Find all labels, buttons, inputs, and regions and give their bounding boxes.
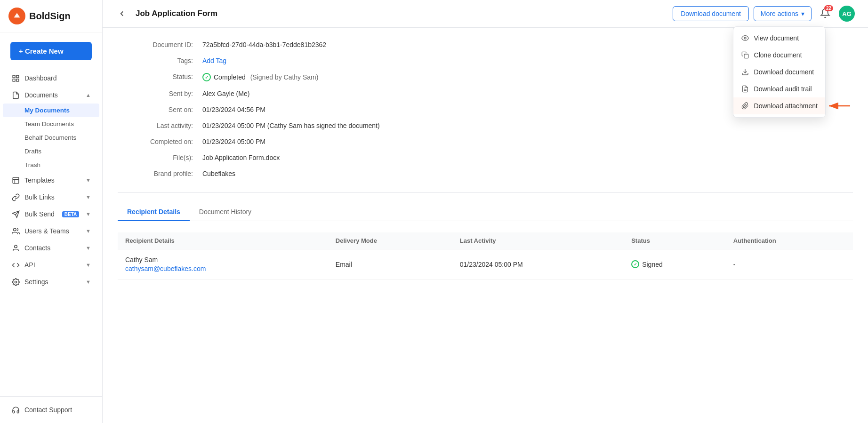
sidebar-item-trash[interactable]: Trash (3, 158, 99, 172)
sidebar-item-contacts[interactable]: Contacts ▼ (3, 239, 99, 256)
status-cell: Signed (624, 249, 726, 279)
svg-rect-0 (13, 75, 15, 78)
last-activity-value: 01/23/2024 05:00 PM (Cathy Sam has signe… (202, 120, 853, 131)
recipient-email[interactable]: cathysam@cubeflakes.com (125, 265, 206, 272)
tab-document-history[interactable]: Document History (190, 203, 261, 221)
svg-rect-3 (16, 79, 18, 81)
svg-rect-4 (13, 177, 19, 184)
headphones-icon (11, 406, 20, 414)
dropdown-view-document[interactable]: View document (733, 30, 825, 47)
dropdown-download-attachment[interactable]: Download attachment (733, 97, 825, 114)
sidebar-item-my-documents[interactable]: My Documents (3, 104, 99, 117)
contact-icon (11, 244, 20, 252)
download-document-button[interactable]: Download document (673, 6, 749, 21)
sidebar-item-templates-label: Templates (24, 176, 55, 184)
svg-point-10 (744, 37, 746, 39)
logo-text: BoldSign (29, 11, 71, 22)
eye-icon (741, 34, 749, 42)
beta-badge: BETA (62, 211, 79, 217)
users-icon (11, 227, 20, 235)
signed-label: Signed (642, 261, 663, 268)
dropdown-download-document[interactable]: Download document (733, 64, 825, 80)
divider (118, 192, 853, 193)
col-delivery-mode: Delivery Mode (328, 232, 452, 249)
logo-container: BoldSign (0, 0, 102, 32)
table-row: Cathy Sam cathysam@cubeflakes.com Email … (118, 249, 853, 279)
sent-by-label: Sent by: (118, 88, 202, 99)
send-icon (11, 210, 20, 218)
clone-icon (741, 51, 749, 59)
arrow-annotation (827, 100, 852, 112)
sidebar-item-bulk-send[interactable]: Bulk Send BETA ▼ (3, 206, 99, 223)
status-completed-icon (202, 73, 211, 81)
audit-icon (741, 85, 749, 93)
doc-id-label: Document ID: (118, 39, 202, 50)
delivery-mode-cell: Email (328, 249, 452, 279)
sidebar: BoldSign + Create New Dashboard Document… (0, 0, 103, 423)
user-avatar[interactable]: AG (839, 6, 855, 22)
sidebar-item-settings[interactable]: Settings ▼ (3, 273, 99, 290)
notification-bell[interactable]: 22 (816, 6, 834, 22)
back-button[interactable] (116, 8, 128, 20)
files-value: Job Application Form.docx (202, 152, 853, 163)
chevron-down-icon-2: ▼ (86, 194, 91, 200)
sidebar-item-bulk-send-label: Bulk Send (24, 210, 55, 218)
chevron-down-icon-3: ▼ (86, 211, 91, 217)
contact-support-item[interactable]: Contact Support (3, 401, 99, 418)
col-recipient-details: Recipient Details (118, 232, 328, 249)
main-header: Job Application Form Download document M… (103, 0, 868, 28)
last-activity-cell: 01/23/2024 05:00 PM (452, 249, 624, 279)
sidebar-item-dashboard[interactable]: Dashboard (3, 70, 99, 87)
status-sub-text: (Signed by Cathy Sam) (250, 73, 319, 81)
sidebar-item-drafts[interactable]: Drafts (3, 144, 99, 158)
dropdown-download-audit-trail[interactable]: Download audit trail (733, 80, 825, 97)
sidebar-item-dashboard-label: Dashboard (24, 74, 57, 82)
tags-label: Tags: (118, 55, 202, 66)
create-new-button[interactable]: + Create New (10, 42, 92, 60)
template-icon (11, 176, 20, 184)
recipient-name: Cathy Sam (125, 256, 321, 263)
svg-point-8 (14, 245, 17, 248)
completed-on-value: 01/23/2024 05:00 PM (202, 136, 853, 147)
last-activity-label: Last activity: (118, 120, 202, 131)
file-icon (11, 91, 20, 99)
signed-icon (631, 260, 639, 268)
svg-rect-1 (16, 75, 18, 78)
sidebar-item-bulk-links[interactable]: Bulk Links ▼ (3, 189, 99, 206)
col-authentication: Authentication (726, 232, 853, 249)
brand-profile-value: Cubeflakes (202, 168, 853, 179)
more-actions-button[interactable]: More actions ▾ (754, 6, 812, 21)
dropdown-clone-document[interactable]: Clone document (733, 47, 825, 64)
chevron-down-icon-6: ▼ (86, 262, 91, 268)
recipient-info: Cathy Sam cathysam@cubeflakes.com (118, 249, 328, 279)
gear-icon (11, 278, 20, 286)
completed-on-label: Completed on: (118, 136, 202, 147)
more-actions-dropdown: View document Clone document Download do… (733, 26, 826, 118)
tabs-bar: Recipient Details Document History (118, 203, 853, 221)
notification-count: 22 (824, 5, 833, 11)
sidebar-item-templates[interactable]: Templates ▼ (3, 172, 99, 189)
svg-rect-11 (744, 54, 748, 58)
sidebar-item-bulk-links-label: Bulk Links (24, 193, 55, 201)
page-title: Job Application Form (136, 9, 665, 18)
add-tag-link[interactable]: Add Tag (202, 57, 226, 64)
col-last-activity: Last Activity (452, 232, 624, 249)
sidebar-item-behalf-documents[interactable]: Behalf Documents (3, 131, 99, 144)
sidebar-item-api-label: API (24, 261, 35, 269)
sidebar-item-users-teams[interactable]: Users & Teams ▼ (3, 223, 99, 239)
chevron-down-icon-4: ▼ (86, 228, 91, 234)
sidebar-item-documents-label: Documents (24, 91, 58, 99)
chevron-up-icon: ▲ (86, 92, 91, 98)
col-status: Status (624, 232, 726, 249)
tab-recipient-details[interactable]: Recipient Details (118, 203, 190, 221)
sidebar-item-documents[interactable]: Documents ▲ (3, 87, 99, 104)
table-header-row: Recipient Details Delivery Mode Last Act… (118, 232, 853, 249)
api-icon (11, 261, 20, 269)
sidebar-item-users-teams-label: Users & Teams (24, 227, 69, 235)
grid-icon (11, 74, 20, 82)
svg-point-7 (13, 228, 16, 231)
sidebar-item-team-documents[interactable]: Team Documents (3, 117, 99, 131)
contact-support-label: Contact Support (24, 406, 72, 414)
sidebar-item-api[interactable]: API ▼ (3, 256, 99, 273)
download-icon (741, 68, 749, 76)
